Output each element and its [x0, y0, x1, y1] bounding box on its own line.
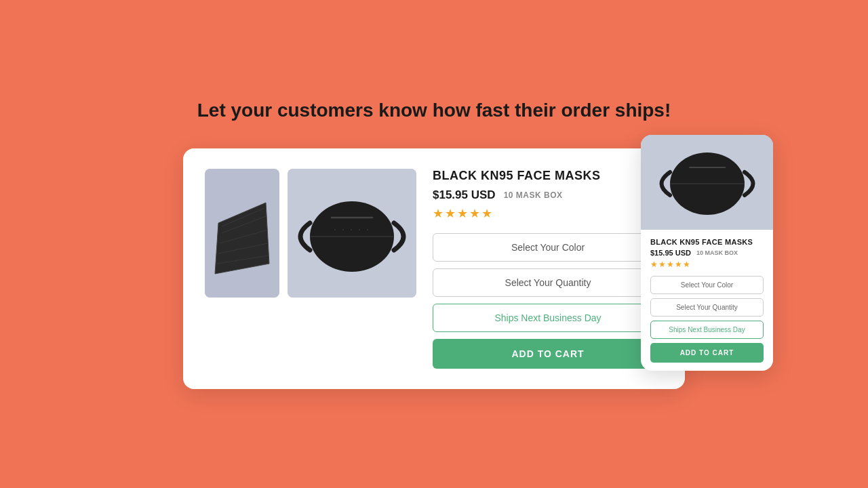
small-card-body: BLACK KN95 FACE MASKS $15.95 USD 10 MASK… [641, 230, 773, 371]
small-star-4: ★ [675, 260, 682, 269]
select-quantity-button[interactable]: Select Your Quantity [433, 268, 663, 297]
svg-point-14 [351, 229, 352, 230]
small-product-price-row: $15.95 USD 10 MASK BOX [650, 249, 764, 257]
product-card-small: BLACK KN95 FACE MASKS $15.95 USD 10 MASK… [641, 135, 773, 371]
small-stars-row: ★ ★ ★ ★ ★ [650, 260, 764, 269]
small-add-to-cart-button[interactable]: ADD TO CART [650, 343, 764, 363]
svg-point-15 [359, 229, 360, 230]
product-price: $15.95 USD [433, 188, 496, 202]
product-price-row: $15.95 USD 10 MASK BOX [433, 188, 663, 202]
select-color-button[interactable]: Select Your Color [433, 233, 663, 262]
star-5: ★ [481, 206, 492, 221]
svg-point-16 [367, 229, 368, 230]
star-2: ★ [445, 206, 456, 221]
add-to-cart-button[interactable]: ADD TO CART [433, 339, 663, 369]
svg-point-12 [334, 229, 336, 230]
small-product-variant: 10 MASK BOX [696, 249, 738, 256]
product-title-large: BLACK KN95 FACE MASKS [433, 169, 663, 183]
star-1: ★ [433, 206, 443, 221]
small-star-2: ★ [658, 260, 666, 269]
svg-point-13 [342, 229, 344, 230]
product-variant: 10 MASK BOX [504, 190, 563, 200]
product-details: BLACK KN95 FACE MASKS $15.95 USD 10 MASK… [433, 169, 663, 369]
small-star-5: ★ [683, 260, 690, 269]
small-star-3: ★ [667, 260, 674, 269]
star-3: ★ [457, 206, 468, 221]
cards-wrapper: BLACK KN95 FACE MASKS $15.95 USD 10 MASK… [183, 148, 685, 389]
small-card-image [641, 135, 773, 230]
product-image-thumb [205, 169, 279, 298]
page-headline: Let your customers know how fast their o… [197, 100, 671, 121]
star-4: ★ [469, 206, 480, 221]
small-product-price: $15.95 USD [650, 249, 691, 257]
product-images [205, 169, 416, 369]
small-star-1: ★ [650, 260, 658, 269]
small-product-title: BLACK KN95 FACE MASKS [650, 238, 764, 246]
small-ships-next-business-day-button[interactable]: Ships Next Business Day [650, 321, 764, 339]
small-select-color-button[interactable]: Select Your Color [650, 276, 764, 294]
product-card-large: BLACK KN95 FACE MASKS $15.95 USD 10 MASK… [183, 148, 685, 389]
stars-row: ★ ★ ★ ★ ★ [433, 206, 663, 221]
small-select-quantity-button[interactable]: Select Your Quantity [650, 298, 764, 317]
product-image-main [288, 169, 416, 298]
ships-next-business-day-button[interactable]: Ships Next Business Day [433, 304, 663, 332]
